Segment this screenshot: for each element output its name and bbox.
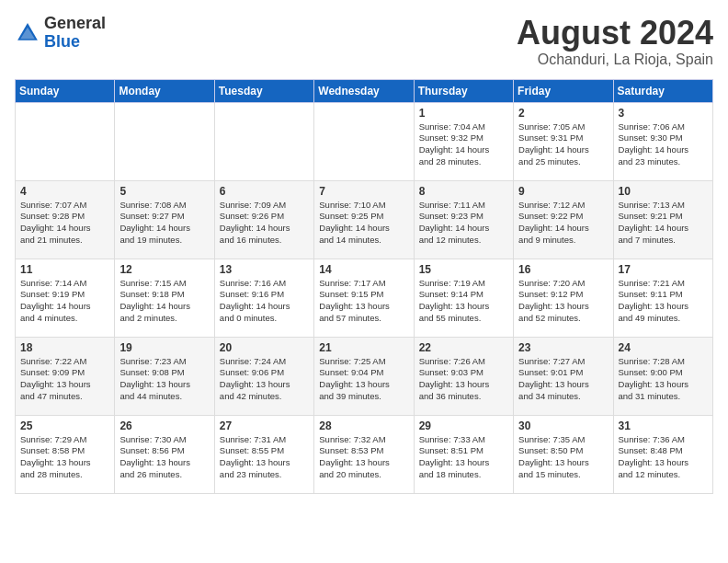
day-cell: 3Sunrise: 7:06 AM Sunset: 9:30 PM Daylig… <box>613 102 712 180</box>
day-number: 2 <box>518 107 608 120</box>
day-info: Sunrise: 7:10 AM Sunset: 9:25 PM Dayligh… <box>319 200 408 247</box>
day-info: Sunrise: 7:19 AM Sunset: 9:14 PM Dayligh… <box>419 278 508 325</box>
day-info: Sunrise: 7:05 AM Sunset: 9:31 PM Dayligh… <box>518 121 608 168</box>
day-cell: 12Sunrise: 7:15 AM Sunset: 9:18 PM Dayli… <box>115 259 214 337</box>
day-cell: 1Sunrise: 7:04 AM Sunset: 9:32 PM Daylig… <box>414 102 513 180</box>
day-info: Sunrise: 7:13 AM Sunset: 9:21 PM Dayligh… <box>619 200 708 247</box>
title-block: August 2024 Ochanduri, La Rioja, Spain <box>517 15 713 68</box>
day-cell: 27Sunrise: 7:31 AM Sunset: 8:55 PM Dayli… <box>214 415 313 493</box>
day-number: 5 <box>119 185 209 198</box>
day-info: Sunrise: 7:04 AM Sunset: 9:32 PM Dayligh… <box>419 121 508 168</box>
day-number: 22 <box>419 341 508 354</box>
day-header-sunday: Sunday <box>16 79 115 102</box>
week-row-2: 4Sunrise: 7:07 AM Sunset: 9:28 PM Daylig… <box>16 180 713 259</box>
day-number: 7 <box>319 185 408 198</box>
day-cell: 30Sunrise: 7:35 AM Sunset: 8:50 PM Dayli… <box>514 415 613 493</box>
day-number: 13 <box>220 263 309 276</box>
calendar-table: SundayMondayTuesdayWednesdayThursdayFrid… <box>15 79 713 494</box>
day-number: 26 <box>119 419 209 432</box>
day-cell: 14Sunrise: 7:17 AM Sunset: 9:15 PM Dayli… <box>314 259 414 337</box>
day-cell: 10Sunrise: 7:13 AM Sunset: 9:21 PM Dayli… <box>613 180 712 259</box>
day-cell: 26Sunrise: 7:30 AM Sunset: 8:56 PM Dayli… <box>115 415 214 493</box>
day-number: 6 <box>220 185 309 198</box>
day-info: Sunrise: 7:14 AM Sunset: 9:19 PM Dayligh… <box>20 278 109 325</box>
day-cell: 6Sunrise: 7:09 AM Sunset: 9:26 PM Daylig… <box>214 180 313 259</box>
day-info: Sunrise: 7:08 AM Sunset: 9:27 PM Dayligh… <box>119 200 209 247</box>
day-cell: 4Sunrise: 7:07 AM Sunset: 9:28 PM Daylig… <box>16 180 115 259</box>
day-number: 4 <box>20 185 109 198</box>
day-cell: 29Sunrise: 7:33 AM Sunset: 8:51 PM Dayli… <box>414 415 513 493</box>
day-info: Sunrise: 7:24 AM Sunset: 9:06 PM Dayligh… <box>220 356 309 403</box>
day-number: 3 <box>619 107 708 120</box>
day-cell: 15Sunrise: 7:19 AM Sunset: 9:14 PM Dayli… <box>414 259 513 337</box>
day-info: Sunrise: 7:35 AM Sunset: 8:50 PM Dayligh… <box>518 434 608 481</box>
day-number: 14 <box>319 263 408 276</box>
day-number: 23 <box>518 341 608 354</box>
day-info: Sunrise: 7:21 AM Sunset: 9:11 PM Dayligh… <box>619 278 708 325</box>
week-row-5: 25Sunrise: 7:29 AM Sunset: 8:58 PM Dayli… <box>16 415 713 493</box>
week-row-4: 18Sunrise: 7:22 AM Sunset: 9:09 PM Dayli… <box>16 337 713 415</box>
day-header-saturday: Saturday <box>613 79 712 102</box>
day-cell: 5Sunrise: 7:08 AM Sunset: 9:27 PM Daylig… <box>115 180 214 259</box>
day-number: 31 <box>619 419 708 432</box>
day-cell: 17Sunrise: 7:21 AM Sunset: 9:11 PM Dayli… <box>613 259 712 337</box>
day-info: Sunrise: 7:12 AM Sunset: 9:22 PM Dayligh… <box>518 200 608 247</box>
day-header-tuesday: Tuesday <box>214 79 313 102</box>
day-cell: 16Sunrise: 7:20 AM Sunset: 9:12 PM Dayli… <box>514 259 613 337</box>
day-cell: 21Sunrise: 7:25 AM Sunset: 9:04 PM Dayli… <box>314 337 414 415</box>
day-number: 28 <box>319 419 408 432</box>
day-cell: 7Sunrise: 7:10 AM Sunset: 9:25 PM Daylig… <box>314 180 414 259</box>
day-info: Sunrise: 7:23 AM Sunset: 9:08 PM Dayligh… <box>119 356 209 403</box>
day-cell: 11Sunrise: 7:14 AM Sunset: 9:19 PM Dayli… <box>16 259 115 337</box>
day-header-monday: Monday <box>115 79 214 102</box>
day-info: Sunrise: 7:25 AM Sunset: 9:04 PM Dayligh… <box>319 356 408 403</box>
day-info: Sunrise: 7:06 AM Sunset: 9:30 PM Dayligh… <box>619 121 708 168</box>
logo-blue: Blue <box>44 32 80 51</box>
day-number: 12 <box>119 263 209 276</box>
day-number: 20 <box>220 341 309 354</box>
day-cell: 19Sunrise: 7:23 AM Sunset: 9:08 PM Dayli… <box>115 337 214 415</box>
day-number: 10 <box>619 185 708 198</box>
day-cell <box>314 102 414 180</box>
day-number: 8 <box>419 185 508 198</box>
day-info: Sunrise: 7:09 AM Sunset: 9:26 PM Dayligh… <box>220 200 309 247</box>
day-cell: 25Sunrise: 7:29 AM Sunset: 8:58 PM Dayli… <box>16 415 115 493</box>
day-info: Sunrise: 7:29 AM Sunset: 8:58 PM Dayligh… <box>20 434 109 481</box>
day-number: 11 <box>20 263 109 276</box>
day-number: 29 <box>419 419 508 432</box>
day-cell: 18Sunrise: 7:22 AM Sunset: 9:09 PM Dayli… <box>16 337 115 415</box>
day-info: Sunrise: 7:11 AM Sunset: 9:23 PM Dayligh… <box>419 200 508 247</box>
day-info: Sunrise: 7:20 AM Sunset: 9:12 PM Dayligh… <box>518 278 608 325</box>
header-row: SundayMondayTuesdayWednesdayThursdayFrid… <box>16 79 713 102</box>
day-number: 18 <box>20 341 109 354</box>
day-header-friday: Friday <box>514 79 613 102</box>
logo: General Blue <box>15 15 106 52</box>
day-cell: 31Sunrise: 7:36 AM Sunset: 8:48 PM Dayli… <box>613 415 712 493</box>
day-info: Sunrise: 7:28 AM Sunset: 9:00 PM Dayligh… <box>619 356 708 403</box>
day-number: 30 <box>518 419 608 432</box>
day-info: Sunrise: 7:16 AM Sunset: 9:16 PM Dayligh… <box>220 278 309 325</box>
day-cell <box>115 102 214 180</box>
logo-text: General Blue <box>44 15 106 52</box>
day-number: 24 <box>619 341 708 354</box>
day-cell: 28Sunrise: 7:32 AM Sunset: 8:53 PM Dayli… <box>314 415 414 493</box>
day-info: Sunrise: 7:31 AM Sunset: 8:55 PM Dayligh… <box>220 434 309 481</box>
day-cell: 22Sunrise: 7:26 AM Sunset: 9:03 PM Dayli… <box>414 337 513 415</box>
day-info: Sunrise: 7:27 AM Sunset: 9:01 PM Dayligh… <box>518 356 608 403</box>
day-cell: 9Sunrise: 7:12 AM Sunset: 9:22 PM Daylig… <box>514 180 613 259</box>
day-cell: 24Sunrise: 7:28 AM Sunset: 9:00 PM Dayli… <box>613 337 712 415</box>
day-number: 1 <box>419 107 508 120</box>
month-year: August 2024 <box>517 15 713 52</box>
day-cell: 2Sunrise: 7:05 AM Sunset: 9:31 PM Daylig… <box>514 102 613 180</box>
day-number: 9 <box>518 185 608 198</box>
calendar-header: SundayMondayTuesdayWednesdayThursdayFrid… <box>16 79 713 102</box>
day-number: 19 <box>119 341 209 354</box>
day-cell: 23Sunrise: 7:27 AM Sunset: 9:01 PM Dayli… <box>514 337 613 415</box>
day-cell <box>16 102 115 180</box>
day-info: Sunrise: 7:22 AM Sunset: 9:09 PM Dayligh… <box>20 356 109 403</box>
day-number: 17 <box>619 263 708 276</box>
day-info: Sunrise: 7:36 AM Sunset: 8:48 PM Dayligh… <box>619 434 708 481</box>
day-number: 27 <box>220 419 309 432</box>
day-info: Sunrise: 7:17 AM Sunset: 9:15 PM Dayligh… <box>319 278 408 325</box>
page-header: General Blue August 2024 Ochanduri, La R… <box>15 15 713 68</box>
